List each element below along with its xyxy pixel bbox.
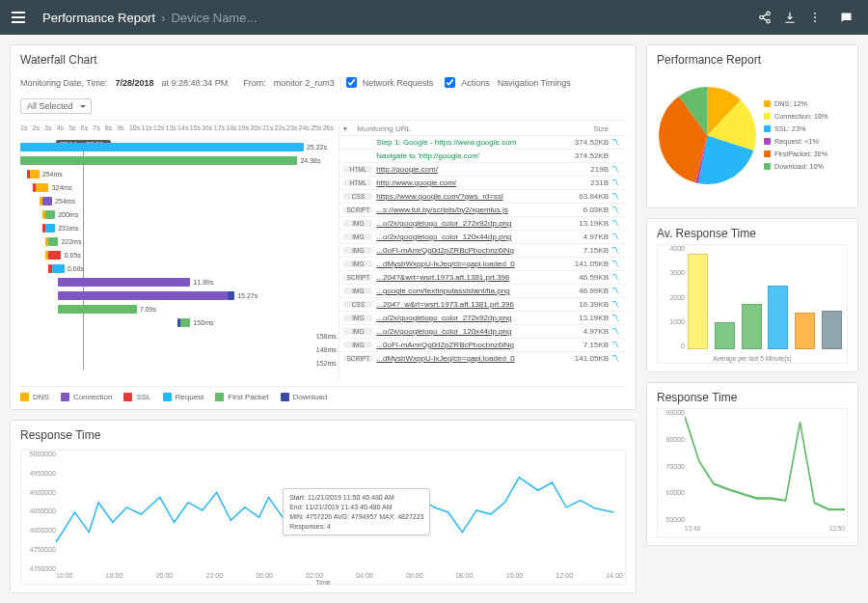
legend-item: Connection: 18% <box>764 112 828 121</box>
table-row[interactable]: img...o/2x/googlelogo_color_120x44dp.png… <box>339 230 626 243</box>
rt-small-card: Response Time 9000080000700006000050000 … <box>646 382 858 546</box>
table-row[interactable]: img...google.com/textinputassistant/tia.… <box>339 284 626 297</box>
bar[interactable] <box>715 322 735 349</box>
gantt-row[interactable]: 11.89s <box>20 275 335 288</box>
rts-x-axis: 13:4013:50 <box>685 525 845 536</box>
table-row[interactable]: csshttps://www.google.com/?gws_rd=ssl63.… <box>339 189 626 203</box>
waterfall-title: Waterfall Chart <box>20 53 626 67</box>
svg-point-2 <box>767 19 771 23</box>
waterfall-card: Waterfall Chart Monitoring Date, Time: 7… <box>10 44 637 410</box>
bar[interactable] <box>768 286 788 349</box>
table-row[interactable]: Navigate to 'http://google.com'374.52KB <box>339 149 626 162</box>
rt-small-chart[interactable]: 9000080000700006000050000 13:4013:50 <box>657 408 848 537</box>
table-row[interactable]: htmlhttp://www.google.com/231B〽 <box>339 176 626 189</box>
response-time-card: Response Time 50000004950000490000048500… <box>10 420 637 593</box>
legend-item: Request <box>163 393 204 401</box>
gantt-row[interactable]: 200ms <box>20 207 335 221</box>
bar[interactable] <box>742 304 762 349</box>
table-row[interactable]: htmlhttp://google.com/219B〽 <box>339 162 626 176</box>
gantt-row[interactable]: 7.09s <box>20 302 335 315</box>
select-all[interactable]: All Selected <box>20 98 92 114</box>
table-row[interactable]: Step 1: Google - https://www.google.com3… <box>339 135 626 149</box>
response-time-title: Response Time <box>20 428 626 442</box>
time-suffix: at 9:28:48:34 PM <box>162 78 229 88</box>
from-value: monitor 2_rum3 <box>274 78 335 88</box>
table-row[interactable]: img...0oFI-mAmrQg0d2pZRBcPbocbnz6iNg7.15… <box>339 243 626 257</box>
svg-point-5 <box>814 20 816 22</box>
gantt-row[interactable]: 152ms <box>20 356 335 370</box>
legend-item: Download <box>281 393 328 401</box>
table-row[interactable]: img...0oFI-mAmrQg0d2pZRBcPbocbnz6iNg7.15… <box>339 338 626 351</box>
breadcrumb-secondary: Device Name... <box>171 11 257 25</box>
gantt-row[interactable]: 0.65s <box>20 248 335 261</box>
rts-line <box>685 411 845 523</box>
top-bar: Performance Report › Device Name... <box>0 0 868 35</box>
from-label: From: <box>243 78 266 88</box>
gantt-row[interactable]: 254ms <box>20 194 335 207</box>
waterfall-gantt[interactable]: 1s2s3s4s5s6s7s8s9s10s11s12s13s14s15s16s1… <box>20 124 339 380</box>
page-title: Performance Report <box>42 11 155 25</box>
rt-y-axis: 5000000495000049000004850000480000047500… <box>23 451 56 572</box>
checkbox-actions[interactable]: Actions <box>441 74 490 91</box>
legend-item: SSL: 23% <box>764 124 828 133</box>
gantt-row[interactable]: 222ms <box>20 234 335 248</box>
avg-response-title: Av. Response Time <box>657 227 848 240</box>
legend-item: FirstPacket: 36% <box>764 150 828 158</box>
col-url: Monitoring URL <box>357 124 562 133</box>
svg-point-3 <box>814 13 816 14</box>
legend-item: Connection <box>61 393 112 401</box>
legend-item: Download: 10% <box>764 162 828 171</box>
bar[interactable] <box>822 311 842 349</box>
table-row[interactable]: img...o/2x/googlelogo_color_120x44dp.png… <box>339 324 626 338</box>
share-icon[interactable] <box>752 5 777 30</box>
pie-legend: DNS: 12%Connection: 18%SSL: 23%Request: … <box>764 99 828 171</box>
avg-response-chart[interactable]: 40003000200010000 Average per last 5 Min… <box>657 244 848 364</box>
gantt-row[interactable]: 0.68s <box>20 261 335 275</box>
waterfall-controls: Monitoring Date, Time: 7/28/2018 at 9:28… <box>20 70 626 121</box>
gantt-axis: 1s2s3s4s5s6s7s8s9s10s11s12s13s14s15s16s1… <box>20 124 335 136</box>
rt-small-title: Response Time <box>657 391 848 404</box>
bar[interactable] <box>688 254 708 349</box>
gantt-row[interactable]: 25.22s <box>20 140 335 153</box>
table-row[interactable]: script...204?&wrt=wsrt.1973.aft.1381.prt… <box>339 270 626 284</box>
gantt-row[interactable]: 254ms <box>20 167 335 180</box>
table-row[interactable]: img...o/2x/googlelogo_color_272x92dp.png… <box>339 216 626 230</box>
gantt-row[interactable]: 150ms <box>20 315 335 329</box>
svg-point-0 <box>767 12 771 14</box>
gantt-row[interactable]: 231ms <box>20 221 335 234</box>
gantt-rows: 57.14s - 57.26s 25.22s24.38s254ms324ms25… <box>20 140 335 370</box>
legend-item: DNS: 12% <box>764 99 828 108</box>
gantt-row[interactable]: 158ms <box>20 329 335 343</box>
avg-response-card: Av. Response Time 40003000200010000 Aver… <box>646 218 858 372</box>
avg-y-axis: 40003000200010000 <box>660 245 685 349</box>
gantt-row[interactable]: 15.27s <box>20 288 335 302</box>
table-row[interactable]: img...o/2x/googlelogo_color_272x92dp.png… <box>339 311 626 324</box>
pie-card: Performance Report DNS: 12%Connection: 1… <box>646 44 858 208</box>
expand-icon[interactable]: ▾ <box>343 124 357 133</box>
rt-x-label: Time <box>315 579 330 586</box>
date-label: Monitoring Date, Time: <box>20 78 108 88</box>
table-row[interactable]: img...dMysbWxppU-lxJeq/cb=gapi.loaded_01… <box>339 257 626 270</box>
date-value: 7/28/2018 <box>116 78 154 88</box>
rt-tooltip: Start: 11/21/2019 11:50 40.480 AM End: 1… <box>283 488 430 535</box>
table-row[interactable]: script...s://www.tut.by/scripts/by2/xgem… <box>339 203 626 216</box>
svg-point-1 <box>760 15 764 19</box>
download-icon[interactable] <box>777 5 802 30</box>
pie-chart[interactable] <box>657 85 758 186</box>
legend-item: SSL <box>123 393 150 401</box>
pie-title: Performance Report <box>657 53 848 67</box>
rts-y-axis: 9000080000700006000050000 <box>660 409 685 523</box>
checkbox-network-requests[interactable]: Network Requests <box>342 74 434 91</box>
gantt-row[interactable]: 324ms <box>20 180 335 194</box>
menu-icon[interactable] <box>10 7 31 28</box>
gantt-row[interactable]: 148ms <box>20 343 335 356</box>
gantt-row[interactable]: 24.38s <box>20 153 335 167</box>
more-icon[interactable] <box>802 5 827 30</box>
avg-bars <box>685 247 845 349</box>
response-time-chart[interactable]: 5000000495000049000004850000480000047500… <box>20 450 626 585</box>
table-row[interactable]: script...dMysbWxppU-lxJeq/cb=gapi.loaded… <box>339 351 626 365</box>
comment-icon[interactable] <box>833 5 858 30</box>
table-row[interactable]: css...204?_w&rt=wsrt.1973.aft.1381.prt.3… <box>339 297 626 311</box>
nav-timings-label: Navigation Timings <box>498 78 571 88</box>
bar[interactable] <box>795 313 815 349</box>
